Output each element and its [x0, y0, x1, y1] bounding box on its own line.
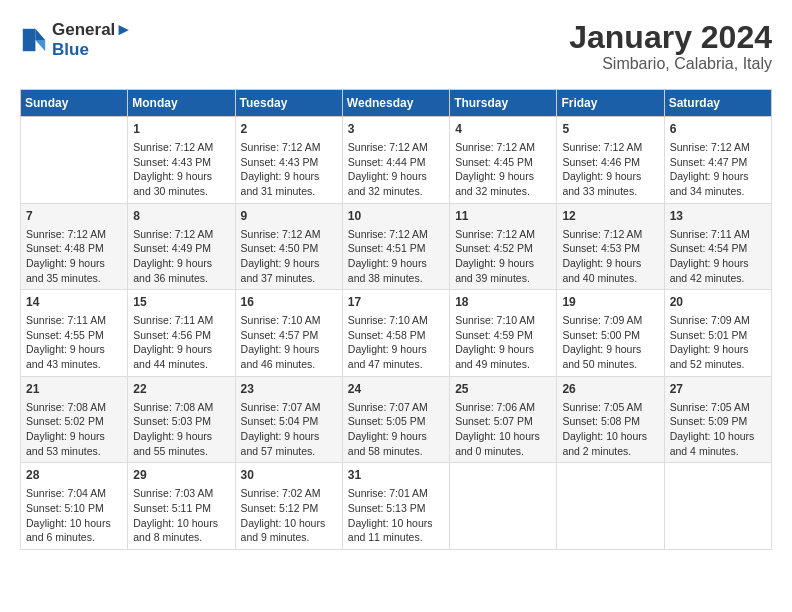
day-details: Sunrise: 7:06 AMSunset: 5:07 PMDaylight:…	[455, 400, 551, 459]
day-number: 12	[562, 208, 658, 225]
calendar-table: SundayMondayTuesdayWednesdayThursdayFrid…	[20, 89, 772, 550]
day-cell: 26Sunrise: 7:05 AMSunset: 5:08 PMDayligh…	[557, 376, 664, 463]
day-number: 17	[348, 294, 444, 311]
day-number: 31	[348, 467, 444, 484]
day-cell: 19Sunrise: 7:09 AMSunset: 5:00 PMDayligh…	[557, 290, 664, 377]
day-cell: 22Sunrise: 7:08 AMSunset: 5:03 PMDayligh…	[128, 376, 235, 463]
day-cell: 12Sunrise: 7:12 AMSunset: 4:53 PMDayligh…	[557, 203, 664, 290]
week-row-1: 1Sunrise: 7:12 AMSunset: 4:43 PMDaylight…	[21, 117, 772, 204]
day-cell: 13Sunrise: 7:11 AMSunset: 4:54 PMDayligh…	[664, 203, 771, 290]
day-number: 28	[26, 467, 122, 484]
day-cell: 10Sunrise: 7:12 AMSunset: 4:51 PMDayligh…	[342, 203, 449, 290]
day-details: Sunrise: 7:07 AMSunset: 5:04 PMDaylight:…	[241, 400, 337, 459]
day-details: Sunrise: 7:12 AMSunset: 4:43 PMDaylight:…	[241, 140, 337, 199]
day-details: Sunrise: 7:12 AMSunset: 4:50 PMDaylight:…	[241, 227, 337, 286]
day-number: 27	[670, 381, 766, 398]
day-details: Sunrise: 7:04 AMSunset: 5:10 PMDaylight:…	[26, 486, 122, 545]
day-details: Sunrise: 7:12 AMSunset: 4:46 PMDaylight:…	[562, 140, 658, 199]
day-cell: 15Sunrise: 7:11 AMSunset: 4:56 PMDayligh…	[128, 290, 235, 377]
day-details: Sunrise: 7:03 AMSunset: 5:11 PMDaylight:…	[133, 486, 229, 545]
day-details: Sunrise: 7:11 AMSunset: 4:55 PMDaylight:…	[26, 313, 122, 372]
day-number: 13	[670, 208, 766, 225]
day-details: Sunrise: 7:01 AMSunset: 5:13 PMDaylight:…	[348, 486, 444, 545]
day-details: Sunrise: 7:05 AMSunset: 5:08 PMDaylight:…	[562, 400, 658, 459]
day-number: 19	[562, 294, 658, 311]
day-cell: 11Sunrise: 7:12 AMSunset: 4:52 PMDayligh…	[450, 203, 557, 290]
day-number: 21	[26, 381, 122, 398]
day-number: 3	[348, 121, 444, 138]
day-cell: 17Sunrise: 7:10 AMSunset: 4:58 PMDayligh…	[342, 290, 449, 377]
day-number: 24	[348, 381, 444, 398]
day-number: 30	[241, 467, 337, 484]
col-header-sunday: Sunday	[21, 90, 128, 117]
calendar-title: January 2024	[569, 20, 772, 55]
column-headers: SundayMondayTuesdayWednesdayThursdayFrid…	[21, 90, 772, 117]
day-number: 14	[26, 294, 122, 311]
day-cell: 7Sunrise: 7:12 AMSunset: 4:48 PMDaylight…	[21, 203, 128, 290]
day-details: Sunrise: 7:08 AMSunset: 5:02 PMDaylight:…	[26, 400, 122, 459]
day-details: Sunrise: 7:08 AMSunset: 5:03 PMDaylight:…	[133, 400, 229, 459]
day-cell: 30Sunrise: 7:02 AMSunset: 5:12 PMDayligh…	[235, 463, 342, 550]
svg-rect-3	[23, 40, 36, 51]
col-header-wednesday: Wednesday	[342, 90, 449, 117]
day-cell: 25Sunrise: 7:06 AMSunset: 5:07 PMDayligh…	[450, 376, 557, 463]
day-cell: 29Sunrise: 7:03 AMSunset: 5:11 PMDayligh…	[128, 463, 235, 550]
day-details: Sunrise: 7:12 AMSunset: 4:44 PMDaylight:…	[348, 140, 444, 199]
svg-marker-1	[35, 40, 45, 51]
day-details: Sunrise: 7:11 AMSunset: 4:56 PMDaylight:…	[133, 313, 229, 372]
day-cell: 24Sunrise: 7:07 AMSunset: 5:05 PMDayligh…	[342, 376, 449, 463]
day-cell: 28Sunrise: 7:04 AMSunset: 5:10 PMDayligh…	[21, 463, 128, 550]
day-number: 1	[133, 121, 229, 138]
day-details: Sunrise: 7:12 AMSunset: 4:47 PMDaylight:…	[670, 140, 766, 199]
day-number: 15	[133, 294, 229, 311]
day-cell: 4Sunrise: 7:12 AMSunset: 4:45 PMDaylight…	[450, 117, 557, 204]
logo: General► Blue	[20, 20, 132, 60]
day-number: 10	[348, 208, 444, 225]
day-number: 11	[455, 208, 551, 225]
day-number: 23	[241, 381, 337, 398]
day-cell: 5Sunrise: 7:12 AMSunset: 4:46 PMDaylight…	[557, 117, 664, 204]
day-details: Sunrise: 7:11 AMSunset: 4:54 PMDaylight:…	[670, 227, 766, 286]
col-header-saturday: Saturday	[664, 90, 771, 117]
col-header-tuesday: Tuesday	[235, 90, 342, 117]
day-details: Sunrise: 7:02 AMSunset: 5:12 PMDaylight:…	[241, 486, 337, 545]
page-header: General► Blue January 2024 Simbario, Cal…	[20, 20, 772, 73]
day-details: Sunrise: 7:09 AMSunset: 5:01 PMDaylight:…	[670, 313, 766, 372]
svg-rect-2	[23, 29, 36, 40]
day-details: Sunrise: 7:07 AMSunset: 5:05 PMDaylight:…	[348, 400, 444, 459]
day-cell	[450, 463, 557, 550]
day-number: 4	[455, 121, 551, 138]
day-cell	[664, 463, 771, 550]
day-details: Sunrise: 7:09 AMSunset: 5:00 PMDaylight:…	[562, 313, 658, 372]
day-details: Sunrise: 7:12 AMSunset: 4:49 PMDaylight:…	[133, 227, 229, 286]
day-cell: 8Sunrise: 7:12 AMSunset: 4:49 PMDaylight…	[128, 203, 235, 290]
day-number: 22	[133, 381, 229, 398]
week-row-5: 28Sunrise: 7:04 AMSunset: 5:10 PMDayligh…	[21, 463, 772, 550]
week-row-4: 21Sunrise: 7:08 AMSunset: 5:02 PMDayligh…	[21, 376, 772, 463]
day-number: 18	[455, 294, 551, 311]
day-cell: 1Sunrise: 7:12 AMSunset: 4:43 PMDaylight…	[128, 117, 235, 204]
week-row-3: 14Sunrise: 7:11 AMSunset: 4:55 PMDayligh…	[21, 290, 772, 377]
day-details: Sunrise: 7:10 AMSunset: 4:58 PMDaylight:…	[348, 313, 444, 372]
col-header-thursday: Thursday	[450, 90, 557, 117]
day-details: Sunrise: 7:12 AMSunset: 4:51 PMDaylight:…	[348, 227, 444, 286]
logo-icon	[20, 26, 48, 54]
day-details: Sunrise: 7:12 AMSunset: 4:48 PMDaylight:…	[26, 227, 122, 286]
day-cell: 18Sunrise: 7:10 AMSunset: 4:59 PMDayligh…	[450, 290, 557, 377]
day-number: 9	[241, 208, 337, 225]
day-number: 7	[26, 208, 122, 225]
day-number: 5	[562, 121, 658, 138]
col-header-monday: Monday	[128, 90, 235, 117]
day-cell	[557, 463, 664, 550]
day-details: Sunrise: 7:12 AMSunset: 4:45 PMDaylight:…	[455, 140, 551, 199]
day-cell: 16Sunrise: 7:10 AMSunset: 4:57 PMDayligh…	[235, 290, 342, 377]
day-cell	[21, 117, 128, 204]
svg-marker-0	[35, 29, 45, 40]
day-details: Sunrise: 7:10 AMSunset: 4:57 PMDaylight:…	[241, 313, 337, 372]
day-details: Sunrise: 7:05 AMSunset: 5:09 PMDaylight:…	[670, 400, 766, 459]
day-cell: 2Sunrise: 7:12 AMSunset: 4:43 PMDaylight…	[235, 117, 342, 204]
logo-text: General► Blue	[52, 20, 132, 60]
day-number: 25	[455, 381, 551, 398]
day-number: 8	[133, 208, 229, 225]
day-details: Sunrise: 7:12 AMSunset: 4:52 PMDaylight:…	[455, 227, 551, 286]
